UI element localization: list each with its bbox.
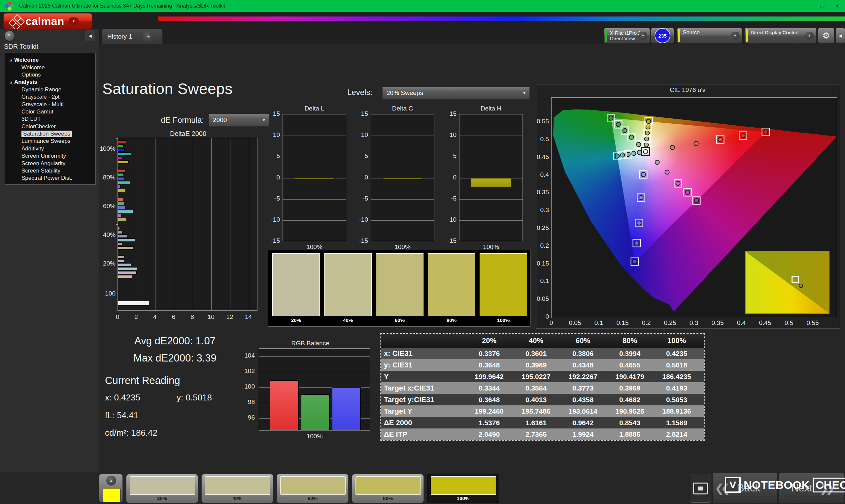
cie-x-axis: 00.050.10.150.20.250.30.350.40.450.50.55	[551, 319, 837, 327]
y-tick-label: -10	[264, 216, 280, 223]
y-tick-label: 10	[352, 131, 368, 139]
bar-yellow-40	[118, 246, 133, 250]
sidebar-item-dynamic-range[interactable]: Dynamic Range	[5, 86, 95, 93]
sidebar-item-label: Screen Angularity	[21, 160, 65, 167]
cell-value: 195.7486	[513, 407, 560, 415]
settings-button[interactable]: ⚙	[818, 28, 834, 43]
rgb-x-label: 100%	[305, 433, 324, 440]
patch-card-60[interactable]: 60%	[277, 474, 349, 503]
x-tick-label: 0.35	[708, 319, 727, 326]
table-row-y[interactable]: Y199.9642195.0227192.2267190.4179186.423…	[381, 371, 704, 382]
avg-de2000: Avg dE2000: 1.07	[109, 335, 241, 347]
sidebar-item-saturation-sweeps[interactable]: Saturation Sweeps	[5, 130, 95, 138]
expander-icon[interactable]: ◢	[10, 59, 12, 62]
sidebar-item-luminance-sweeps[interactable]: Luminance Sweeps	[5, 138, 95, 145]
sidebar-item-color-gamut[interactable]: Color Gamut	[5, 108, 95, 115]
sidebar-item-colorchecker[interactable]: ColorChecker	[5, 123, 95, 130]
tab-history-1[interactable]: History 1 +	[102, 29, 162, 44]
sidebar-item-spectral-power-dist[interactable]: Spectral Power Dist.	[5, 175, 95, 182]
sidebar-item-options[interactable]: Options	[5, 71, 95, 78]
source-selector[interactable]: Source ▼	[677, 28, 742, 43]
sidebar-item-grayscale-2pt[interactable]: Grayscale - 2pt	[5, 93, 95, 101]
bar-yellow-80	[118, 189, 126, 192]
patch-window-control[interactable]: ▲	[99, 474, 123, 502]
display-control-selector[interactable]: Direct Display Control ▼	[744, 28, 816, 43]
sidebar-item-label: Saturation Sweeps	[21, 131, 72, 137]
y-tick-label: 0.4	[536, 171, 549, 178]
bar-yellow-100	[118, 160, 129, 164]
bar-yellow-20	[118, 275, 133, 278]
sidebar-item-analysis[interactable]: ◢Analysis	[5, 78, 95, 86]
minimize-icon[interactable]: ─	[799, 0, 815, 12]
patch-card-20[interactable]: 20%	[126, 474, 198, 503]
y-tick-label: 0.3	[536, 206, 549, 214]
calman-window: Calman 2025 Calman Ultimate for Business…	[0, 0, 845, 504]
cell-value: 1.1589	[653, 419, 700, 427]
chevron-up-icon[interactable]: ▲	[106, 475, 116, 486]
table-row-target-y[interactable]: Target Y199.2460195.7486193.0614190.9525…	[381, 406, 704, 417]
sidebar-item-grayscale-multi[interactable]: Grayscale - Multi	[5, 101, 95, 108]
meter-dropdown-chevron-icon[interactable]: ▼	[639, 32, 647, 40]
y-tick-label: 102	[240, 367, 255, 375]
close-icon[interactable]: ✕	[830, 0, 845, 12]
patch-card-100[interactable]: 100%	[427, 474, 499, 503]
x-tick-label: 0.2	[636, 319, 656, 326]
delta-bar	[382, 178, 423, 179]
table-row-e-2000[interactable]: ΔE 20001.53761.61610.96420.85431.1589	[381, 417, 704, 429]
levels-dropdown[interactable]: 20% Sweeps ▼	[382, 86, 530, 100]
cell-value: 0.4348	[560, 361, 606, 369]
patch-card-40[interactable]: 40%	[201, 474, 273, 503]
add-tab-button[interactable]: +	[143, 32, 153, 41]
de-formula-dropdown[interactable]: 2000 ▼	[209, 113, 269, 127]
delta-c-x-label: 100%	[393, 244, 412, 251]
chevron-left-icon: ◀	[839, 33, 842, 38]
display-window-button[interactable]	[690, 474, 711, 503]
y-group-label: 80%	[99, 174, 116, 181]
table-row-x-cie31[interactable]: x: CIE310.33760.36010.38060.39940.4235	[381, 348, 704, 359]
rgb-balance-plot	[259, 348, 370, 431]
y-tick-label: -15	[352, 237, 368, 245]
gridline	[371, 220, 434, 221]
sidebar-item-welcome[interactable]: ◢Welcome	[5, 56, 95, 64]
measured-point-blue	[634, 241, 639, 246]
tab-label: History 1	[107, 33, 143, 40]
sidebar-collapse-button[interactable]: ◀	[85, 30, 95, 41]
sidebar-item-3d-lut[interactable]: 3D LUT	[5, 115, 95, 123]
calman-logo-button[interactable]: calman ▼	[3, 13, 92, 29]
delta-c-title: Delta C	[364, 105, 441, 112]
y-group-label: 40%	[99, 231, 116, 238]
reading-x: x: 0.4235	[105, 393, 140, 403]
meter-badge-button[interactable]: 235	[651, 28, 674, 43]
measurement-table[interactable]: 20%40%60%80%100%x: CIE310.33760.36010.38…	[381, 334, 704, 440]
sidebar-item-screen-uniformity[interactable]: Screen Uniformity	[5, 152, 95, 160]
sidebar-item-welcome[interactable]: Welcome	[5, 64, 95, 71]
sidebar-item-label: ColorChecker	[21, 123, 56, 130]
sidebar-item-screen-stability[interactable]: Screen Stability	[5, 167, 95, 175]
sidebar-item-screen-angularity[interactable]: Screen Angularity	[5, 160, 95, 167]
patch-color	[280, 476, 346, 495]
logo-menu-chevron-icon[interactable]: ▼	[69, 17, 78, 25]
collapse-toolbar-button[interactable]: ◀	[835, 28, 845, 43]
measured-point-magenta	[665, 169, 669, 175]
sidebar-item-additivity[interactable]: Additivity	[5, 145, 95, 152]
meter-selector[interactable]: X-Rite i1Pro 2 Direct View ▼	[604, 28, 650, 43]
table-row-e-itp[interactable]: ΔE ITP2.04902.73651.99241.88852.8214	[381, 429, 704, 440]
cell-value: 2.7365	[513, 430, 560, 438]
bar-blue	[332, 387, 361, 430]
sidebar-home-button[interactable]	[5, 31, 15, 41]
bar-magenta-60	[118, 214, 122, 217]
swatch-40	[324, 253, 372, 316]
maximize-icon[interactable]: ❐	[815, 0, 830, 12]
display-control-dropdown-chevron-icon[interactable]: ▼	[805, 32, 814, 40]
de-formula-value: 2000	[213, 116, 262, 124]
expander-icon[interactable]: ◢	[10, 81, 12, 84]
table-row-target-x-cie31[interactable]: Target x:CIE310.33440.35640.37730.39690.…	[381, 382, 704, 394]
source-dropdown-chevron-icon[interactable]: ▼	[731, 32, 739, 40]
measured-point-magenta	[694, 198, 699, 203]
axis-tick	[116, 138, 118, 139]
max-de2000: Max dE2000: 3.39	[109, 352, 241, 364]
table-row-y-cie31[interactable]: y: CIE310.36480.39890.43480.46550.5018	[381, 359, 704, 371]
patch-card-80[interactable]: 80%	[352, 474, 424, 503]
table-row-target-y-cie31[interactable]: Target y:CIE310.36480.40130.43580.46820.…	[381, 394, 704, 406]
y-tick-label: 0.5	[536, 136, 549, 143]
